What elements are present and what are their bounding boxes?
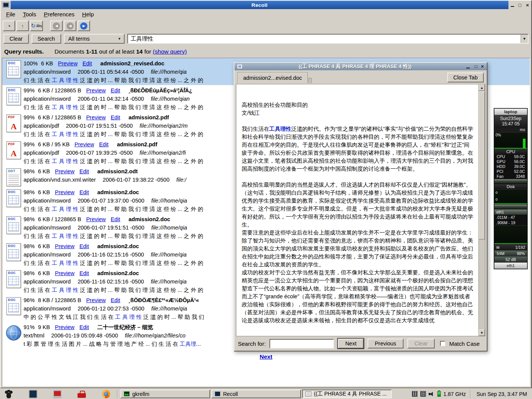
edit-link[interactable]: Edit — [99, 141, 109, 147]
preview-window: ((工 PHRASE 4 具 PHRASE 4 理 PHRASE 4 性)) □… — [234, 62, 488, 352]
gkrellm-task-icon — [124, 391, 130, 396]
preview-minimize-icon[interactable] — [466, 65, 473, 68]
menu-file[interactable]: File — [2, 10, 19, 19]
find-input[interactable] — [269, 339, 334, 348]
show-query-link[interactable]: (show query) — [153, 48, 187, 55]
result-mime: application/msword — [24, 252, 71, 258]
edit-link[interactable]: Edit — [79, 270, 89, 276]
find-next-button[interactable]: Next — [338, 339, 364, 348]
battery-icon[interactable] — [437, 391, 441, 397]
preview-paragraph: 需要注意的是这些毕业后在社会上能成功发展的学生并不一定是在大学里学习成绩最好的学… — [242, 229, 475, 269]
firefox-launcher[interactable] — [101, 390, 111, 399]
match-case-checkbox[interactable] — [440, 341, 445, 346]
result-line1: 98%6 KB / 1228865 BPreviewEditadmission2… — [24, 215, 203, 223]
result-mime: application/msword — [24, 198, 71, 204]
next-page-button[interactable]: ▶ — [78, 21, 90, 31]
sort-params-button[interactable]: ↻âbç — [30, 21, 43, 31]
memory-used: 54M — [497, 250, 504, 256]
edit-link[interactable]: Edit — [111, 297, 120, 303]
result-body: 100%6 KBPreviewEditadmission2_revised.do… — [24, 59, 203, 84]
preview-link[interactable]: Preview — [86, 87, 106, 93]
preview-link[interactable]: Preview — [55, 168, 74, 174]
edit-link[interactable]: Edit — [79, 168, 89, 174]
query-input[interactable] — [128, 35, 521, 43]
terminal-launcher[interactable] — [28, 390, 38, 399]
scroll-up-icon[interactable]: ▲ — [479, 84, 485, 91]
close-tab-button[interactable]: Close Tab — [447, 73, 484, 82]
preview-link[interactable]: Preview — [55, 270, 74, 276]
result-line1: 98%6 KBPreviewEditadmission2.doc — [24, 269, 203, 277]
edit-link[interactable]: Edit — [82, 60, 92, 66]
footprint-launcher[interactable] — [4, 390, 13, 399]
result-date: 2006-01-19 05:09:48 -0500 — [51, 332, 118, 339]
terminal-icon — [3, 3, 9, 7]
window-title: Recoll — [11, 1, 508, 9]
preview-close-icon[interactable]: × — [479, 64, 486, 69]
preview-link[interactable]: Preview — [55, 243, 74, 249]
close-icon[interactable]: × — [524, 1, 531, 9]
result-size: 9 KB — [38, 324, 50, 330]
preview-maximize-icon[interactable]: □ — [473, 64, 479, 69]
result-date: 2006-01-07 19:37:00 -0500 — [78, 198, 144, 204]
result-body: 99%6 KB / 95 KBPreviewEditadmission2.pdf… — [24, 140, 203, 165]
scroll-down-icon[interactable]: ▼ — [479, 329, 485, 336]
preview-find-bar: Search for: Next Previous Clear Match Ca… — [234, 336, 487, 351]
keyboard-grid-icon[interactable] — [412, 391, 418, 397]
taskbar-launchers — [2, 390, 114, 399]
result-filename: admission2.odt — [97, 168, 138, 174]
volume-icon[interactable] — [429, 391, 435, 397]
layout-grid-icon[interactable] — [420, 391, 426, 397]
advanced-search-button[interactable]: ↑ — [16, 21, 29, 31]
preview-link[interactable]: Preview — [55, 189, 74, 195]
recoll-titlebar[interactable]: Recoll □ × — [1, 1, 531, 9]
toolbox-launcher[interactable] — [77, 390, 86, 399]
task-button[interactable]: ((工 PHRASE 4 具 PHRASE ... — [302, 390, 392, 398]
result-snippet: 们 生 活 在 工 具 理 性 泛 滥 的 时 ... 帮 助 我 们 理 清 … — [24, 103, 203, 111]
preview-link[interactable]: Preview — [86, 297, 106, 303]
result-score: 98% — [24, 243, 35, 249]
edit-link[interactable]: Edit — [111, 87, 120, 93]
window-menu-icon[interactable] — [1, 1, 11, 9]
preview-link[interactable]: Preview — [74, 141, 94, 147]
result-line2: application/vnd.sun.xml.writer2006-01-07… — [24, 176, 187, 184]
find-clear-button[interactable]: Clear — [407, 339, 435, 348]
result-score: 99% — [24, 87, 35, 93]
preview-link[interactable]: Preview — [86, 114, 106, 120]
gkrellm-window[interactable]: laptop Sun23Sep 15:47 05 mo 0% CPU CPU59… — [494, 108, 527, 269]
search-mode-select[interactable]: All terms ▼ — [64, 34, 125, 44]
search-button[interactable]: Search — [32, 34, 61, 44]
result-score: 98% — [24, 189, 35, 195]
find-previous-button[interactable]: Previous — [367, 339, 403, 348]
scrollbar-thumb[interactable] — [479, 92, 485, 239]
scrollbar-track[interactable] — [479, 91, 485, 329]
edit-link[interactable]: Edit — [79, 243, 89, 249]
edit-link[interactable]: Edit — [111, 216, 120, 222]
clear-button[interactable]: Clear — [3, 34, 29, 44]
menu-tools[interactable]: Tools — [19, 10, 40, 19]
task-label: ((工 PHRASE 4 具 PHRASE ... — [314, 391, 386, 397]
edit-link[interactable]: Edit — [79, 324, 89, 330]
preview-tab[interactable]: admission2...evised.doc — [238, 72, 308, 83]
preview-link[interactable]: Preview — [58, 60, 78, 66]
maximize-icon[interactable]: □ — [516, 1, 524, 9]
result-body: 98%6 KB / 1228865 BPreviewEditadmission2… — [24, 215, 203, 240]
query-dropdown-icon[interactable]: ▼ — [521, 35, 528, 43]
preview-titlebar[interactable]: ((工 PHRASE 4 具 PHRASE 4 理 PHRASE 4 性)) □… — [234, 63, 487, 70]
preview-scrollbar[interactable]: ▲ ▼ — [478, 84, 485, 336]
menu-preferences[interactable]: Preferences — [40, 10, 78, 19]
menu-help[interactable]: Help — [78, 10, 98, 19]
task-button[interactable]: Recoll — [211, 390, 301, 398]
edit-link[interactable]: Edit — [79, 189, 89, 195]
out-of-label: out of at least — [99, 48, 135, 55]
task-button[interactable]: gkrellm — [120, 390, 210, 398]
next-page-link[interactable]: Next — [260, 353, 272, 360]
preview-link[interactable]: Preview — [55, 324, 74, 330]
result-filename: admission2.doc — [97, 270, 139, 276]
screen-launcher[interactable] — [53, 390, 62, 399]
edit-link[interactable]: Edit — [111, 114, 120, 120]
result-size: 8 KB / 1228865 B — [38, 297, 81, 303]
minimize-icon[interactable] — [508, 1, 516, 9]
doc-history-button[interactable]: ◔ — [3, 21, 15, 31]
preview-text[interactable]: 高校招生的社会功能和目的文/钱江我们生活在工具理性泛滥的时代。作为“世之显学”的… — [236, 84, 478, 336]
preview-link[interactable]: Preview — [86, 216, 106, 222]
